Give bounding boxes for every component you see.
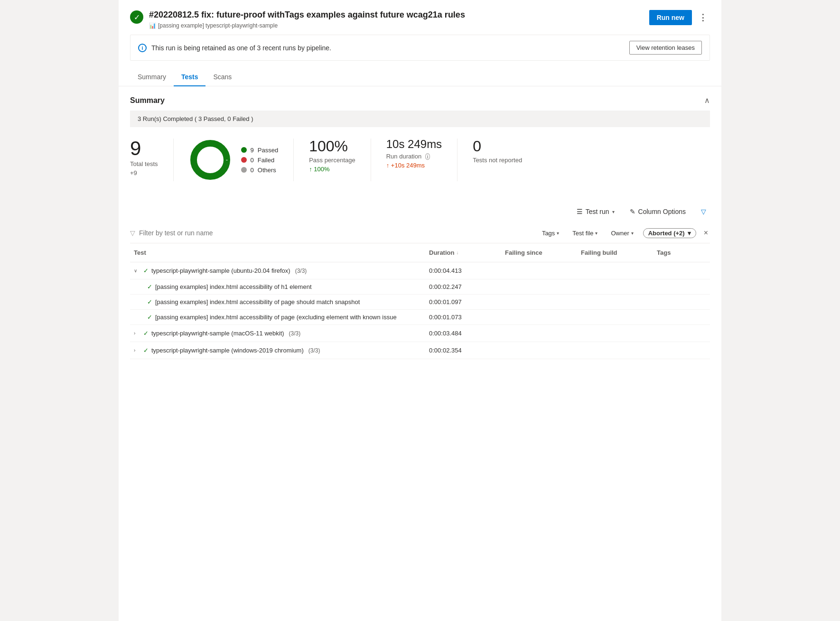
test-file-filter-button[interactable]: Test file ▾ xyxy=(569,228,601,239)
table-row: › ✓ typescript-playwright-sample (macOS-… xyxy=(130,325,710,342)
aborted-chevron: ▾ xyxy=(688,230,691,237)
clear-filter-button[interactable]: × xyxy=(702,227,710,239)
test-name-text: typescript-playwright-sample (windows-20… xyxy=(151,347,304,354)
tab-tests[interactable]: Tests xyxy=(174,68,206,86)
test-run-icon: ☰ xyxy=(577,208,583,215)
expand-row3-icon[interactable]: › xyxy=(134,348,140,353)
tests-table-section: ☰ Test run ▾ ✎ Column Options ▽ ▽ xyxy=(119,202,721,359)
status-success-icon: ✓ xyxy=(130,10,143,24)
failing-build-cell xyxy=(577,349,653,352)
filter-row: ▽ Tags ▾ Test file ▾ Owner ▾ xyxy=(130,223,710,243)
tabs-section: Summary Tests Scans xyxy=(119,68,721,86)
failed-count: 0 xyxy=(251,157,254,164)
filter-icon: ▽ xyxy=(130,229,135,237)
test-count: (3/3) xyxy=(308,347,320,354)
header-actions: Run new ⋮ xyxy=(649,9,710,26)
tags-filter-button[interactable]: Tags ▾ xyxy=(538,228,563,239)
pass-percentage-delta: ↑ 100% xyxy=(309,166,355,173)
failed-dot xyxy=(241,157,247,163)
header-section: ✓ #20220812.5 fix: future-proof withTags… xyxy=(119,0,721,35)
table-row: ∨ ✓ typescript-playwright-sample (ubuntu… xyxy=(130,262,710,279)
more-options-button[interactable]: ⋮ xyxy=(696,9,710,26)
test-run-button[interactable]: ☰ Test run ▾ xyxy=(573,206,618,217)
sub-test-name-cell: ✓ [passing examples] index.html accessib… xyxy=(130,281,425,292)
sub-pass-icon: ✓ xyxy=(147,283,152,290)
column-options-icon: ✎ xyxy=(630,208,635,215)
not-reported-number: 0 xyxy=(473,139,522,154)
sub-test-row: ✓ [passing examples] index.html accessib… xyxy=(130,310,710,325)
owner-chevron: ▾ xyxy=(631,231,634,236)
col-failing-build: Failing build xyxy=(577,247,653,258)
retention-left: i This run is being retained as one of 3… xyxy=(138,44,331,52)
collapse-icon[interactable]: ∧ xyxy=(704,96,710,105)
tab-summary[interactable]: Summary xyxy=(130,68,174,86)
passed-dot xyxy=(241,147,247,153)
duration-sort-icon: ↓ xyxy=(456,250,458,255)
sub-test-name[interactable]: [passing examples] index.html accessibil… xyxy=(155,314,397,321)
summary-section: Summary ∧ 3 Run(s) Completed ( 3 Passed,… xyxy=(119,86,721,195)
sub-test-name[interactable]: [passing examples] index.html accessibil… xyxy=(155,298,360,306)
donut-legend: 9 Passed 0 Failed 0 Others xyxy=(241,147,279,174)
run-duration-label: Run duration i xyxy=(386,153,442,160)
failing-since-cell xyxy=(501,332,577,335)
retention-banner: i This run is being retained as one of 3… xyxy=(130,35,710,61)
runs-completed-text: 3 Run(s) Completed ( 3 Passed, 0 Failed … xyxy=(138,115,253,122)
owner-filter-button[interactable]: Owner ▾ xyxy=(607,228,637,239)
run-duration-delta: ↑ +10s 249ms xyxy=(386,162,442,169)
header-title-area: #20220812.5 fix: future-proof withTags e… xyxy=(149,9,465,29)
test-name-text: typescript-playwright-sample (macOS-11 w… xyxy=(151,330,284,337)
info-icon: i xyxy=(138,44,147,52)
tags-cell xyxy=(653,269,710,273)
sub-test-row: ✓ [passing examples] index.html accessib… xyxy=(130,295,710,310)
filter-button[interactable]: ▽ xyxy=(697,206,710,217)
pass-icon: ✓ xyxy=(143,330,149,337)
stat-not-reported: 0 Tests not reported xyxy=(457,139,537,181)
stat-pass-percentage: 100% Pass percentage ↑ 100% xyxy=(294,139,371,181)
test-run-label: Test run xyxy=(586,208,609,215)
main-content: Summary ∧ 3 Run(s) Completed ( 3 Passed,… xyxy=(119,86,721,371)
col-duration[interactable]: Duration ↓ xyxy=(425,247,501,258)
col-failing-since: Failing since xyxy=(501,247,577,258)
table-row: › ✓ typescript-playwright-sample (window… xyxy=(130,342,710,359)
header-left: ✓ #20220812.5 fix: future-proof withTags… xyxy=(130,9,465,29)
table-header: Test Duration ↓ Failing since Failing bu… xyxy=(130,243,710,262)
view-retention-leases-button[interactable]: View retention leases xyxy=(629,41,702,55)
retention-message: This run is being retained as one of 3 r… xyxy=(151,44,331,52)
test-name-text: typescript-playwright-sample (ubuntu-20.… xyxy=(151,267,290,274)
sub-test-name-cell: ✓ [passing examples] index.html accessib… xyxy=(130,297,425,307)
failed-label: Failed xyxy=(258,157,274,164)
summary-title: Summary xyxy=(130,96,165,105)
stats-grid: 9 Total tests +9 9 xyxy=(130,135,710,185)
total-tests-label: Total tests xyxy=(130,160,158,167)
tags-chevron: ▾ xyxy=(557,231,559,236)
tab-scans[interactable]: Scans xyxy=(205,68,239,86)
pass-icon: ✓ xyxy=(143,347,149,354)
test-name-cell: › ✓ typescript-playwright-sample (macOS-… xyxy=(130,328,425,339)
col-tags: Tags xyxy=(653,247,710,258)
owner-label: Owner xyxy=(611,230,629,237)
failing-since-cell xyxy=(501,349,577,352)
legend-passed: 9 Passed xyxy=(241,147,279,154)
filter-funnel-icon: ▽ xyxy=(701,208,706,215)
column-options-button[interactable]: ✎ Column Options xyxy=(626,206,690,217)
passed-label: Passed xyxy=(258,147,278,154)
passed-count: 9 xyxy=(251,147,254,154)
pass-icon: ✓ xyxy=(143,267,149,274)
others-dot xyxy=(241,167,247,173)
tags-label: Tags xyxy=(542,230,555,237)
expand-row2-icon[interactable]: › xyxy=(134,331,140,336)
run-new-button[interactable]: Run new xyxy=(649,10,692,25)
expand-row1-icon[interactable]: ∨ xyxy=(134,268,140,273)
sub-duration-cell: 0:00:01.097 xyxy=(425,297,501,307)
sub-duration-cell: 0:00:01.073 xyxy=(425,312,501,323)
sub-test-name[interactable]: [passing examples] index.html accessibil… xyxy=(155,283,312,290)
donut-section: 9 Passed 0 Failed 0 Others xyxy=(174,139,294,181)
toolbar-row: ☰ Test run ▾ ✎ Column Options ▽ xyxy=(130,202,710,221)
page-title: #20220812.5 fix: future-proof withTags e… xyxy=(149,9,465,20)
run-duration-number: 10s 249ms xyxy=(386,139,442,150)
failing-build-cell xyxy=(577,332,653,335)
sub-test-row: ✓ [passing examples] index.html accessib… xyxy=(130,279,710,295)
filter-input[interactable] xyxy=(139,229,534,237)
tags-cell xyxy=(653,332,710,335)
total-tests-number: 9 xyxy=(130,139,158,158)
